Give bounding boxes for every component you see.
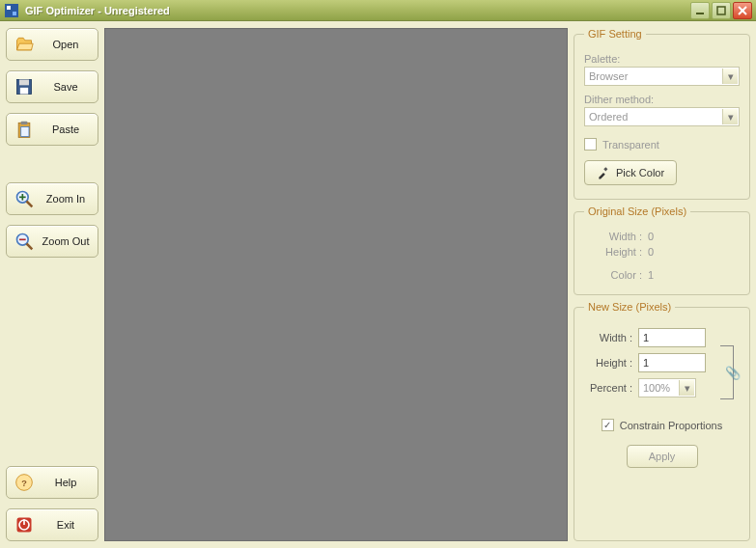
apply-button[interactable]: Apply [627, 445, 698, 468]
chevron-down-icon: ▾ [722, 109, 738, 124]
orig-width-value: 0 [648, 231, 654, 242]
percent-value: 100% [643, 382, 670, 394]
zoom-out-label: Zoom Out [42, 235, 90, 247]
dither-label: Dither method: [584, 94, 740, 105]
open-button[interactable]: Open [6, 28, 98, 61]
new-width-input[interactable]: 1 [638, 328, 706, 347]
orig-height-row: Height : 0 [584, 246, 740, 258]
zoom-out-button[interactable]: Zoom Out [6, 225, 98, 258]
svg-rect-2 [13, 12, 16, 15]
close-button[interactable] [733, 2, 752, 19]
paste-label: Paste [42, 123, 90, 135]
svg-text:?: ? [21, 479, 27, 488]
save-button[interactable]: Save [6, 70, 98, 103]
right-panel: GIF Setting Palette: Browser ▾ Dither me… [568, 21, 756, 548]
svg-rect-1 [7, 6, 11, 10]
new-width-row: Width : 1 [584, 328, 720, 347]
percent-select[interactable]: 100% ▾ [638, 378, 696, 397]
original-size-legend: Original Size (Pixels) [584, 206, 690, 217]
svg-rect-4 [717, 7, 725, 14]
zoom-in-button[interactable]: Zoom In [6, 182, 98, 215]
pick-color-label: Pick Color [616, 167, 664, 178]
link-bracket: 📎 [720, 345, 734, 399]
gif-setting-legend: GIF Setting [584, 28, 646, 40]
svg-line-14 [27, 202, 33, 207]
svg-rect-9 [20, 88, 28, 95]
folder-open-icon [14, 35, 34, 54]
window-buttons [690, 2, 752, 19]
orig-color-label: Color : [584, 269, 642, 281]
transparent-checkbox-row[interactable]: Transparent [584, 138, 740, 151]
orig-height-label: Height : [584, 246, 642, 258]
open-label: Open [42, 39, 90, 50]
link-icon: 📎 [725, 366, 741, 380]
titlebar: GIF Optimizer - Unregistered [0, 0, 756, 21]
maximize-button[interactable] [712, 2, 731, 19]
zoom-in-label: Zoom In [42, 193, 90, 205]
eyedropper-icon [597, 166, 610, 179]
svg-rect-12 [21, 127, 29, 137]
svg-rect-25 [603, 167, 607, 171]
constrain-label: Constrain Proportions [620, 420, 722, 431]
svg-rect-11 [21, 122, 28, 124]
orig-height-value: 0 [648, 246, 654, 258]
new-size-group: New Size (Pixels) Width : 1 Height : 1 📎… [574, 301, 750, 541]
app-icon [4, 3, 19, 18]
chevron-down-icon: ▾ [679, 380, 694, 396]
apply-label: Apply [649, 451, 676, 462]
chevron-down-icon: ▾ [722, 68, 738, 84]
percent-label: Percent : [584, 382, 632, 394]
save-label: Save [42, 81, 90, 93]
gif-setting-group: GIF Setting Palette: Browser ▾ Dither me… [574, 28, 750, 200]
svg-rect-8 [19, 80, 29, 86]
help-button[interactable]: ? Help [6, 466, 98, 499]
exit-button[interactable]: Exit [6, 508, 98, 541]
zoom-out-icon [14, 232, 34, 251]
left-toolbar: Open Save Paste Zoom In Zoom Out ? Help … [0, 21, 104, 548]
window-title: GIF Optimizer - Unregistered [25, 5, 690, 16]
palette-select[interactable]: Browser ▾ [584, 67, 740, 86]
orig-width-row: Width : 0 [584, 231, 740, 242]
minimize-icon [695, 6, 705, 15]
dither-value: Ordered [589, 111, 628, 123]
constrain-row[interactable]: Constrain Proportions [584, 419, 740, 431]
orig-color-row: Color : 1 [584, 269, 740, 281]
transparent-checkbox[interactable] [584, 138, 597, 151]
maximize-icon [716, 6, 726, 15]
new-height-row: Height : 1 [584, 353, 720, 372]
minimize-button[interactable] [690, 2, 710, 19]
help-label: Help [42, 477, 90, 488]
palette-label: Palette: [584, 53, 740, 65]
palette-value: Browser [589, 70, 628, 82]
constrain-checkbox[interactable] [602, 419, 614, 431]
paste-button[interactable]: Paste [6, 113, 98, 146]
percent-row: Percent : 100% ▾ [584, 378, 740, 397]
pick-color-button[interactable]: Pick Color [584, 160, 677, 185]
close-icon [738, 6, 747, 15]
new-width-label: Width : [584, 332, 632, 343]
power-icon [14, 515, 34, 534]
new-height-input[interactable]: 1 [638, 353, 706, 372]
floppy-icon [14, 77, 34, 96]
canvas[interactable] [104, 28, 568, 541]
new-height-label: Height : [584, 357, 632, 369]
original-size-group: Original Size (Pixels) Width : 0 Height … [574, 206, 750, 295]
orig-width-label: Width : [584, 231, 642, 242]
svg-line-18 [27, 244, 33, 250]
orig-color-value: 1 [648, 269, 654, 281]
zoom-in-icon [14, 189, 34, 208]
clipboard-icon [14, 120, 34, 139]
dither-select[interactable]: Ordered ▾ [584, 107, 740, 126]
transparent-label: Transparent [602, 139, 659, 151]
help-icon: ? [14, 473, 34, 492]
exit-label: Exit [42, 519, 90, 531]
new-size-legend: New Size (Pixels) [584, 301, 675, 313]
